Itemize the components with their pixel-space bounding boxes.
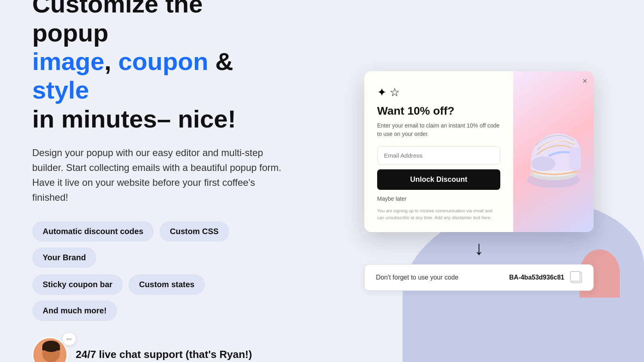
- pill-brand[interactable]: Your Brand: [32, 247, 96, 268]
- speech-bubble: ···: [62, 333, 76, 345]
- pill-discount[interactable]: Automatic discount codes: [32, 221, 154, 242]
- popup-description: Enter your email to claim an instant 10%…: [377, 121, 500, 138]
- pill-states[interactable]: Custom states: [128, 274, 205, 295]
- coupon-bar: Don't forget to use your code BA-4ba53d9…: [364, 264, 594, 291]
- avatar-wrap: ··· Ryan J: [32, 337, 68, 362]
- headline-blue3: style: [32, 76, 89, 104]
- support-text: 24/7 live chat support (that's Ryan!): [76, 348, 252, 361]
- pill-css[interactable]: Custom CSS: [159, 221, 229, 242]
- coupon-text: Don't forget to use your code: [376, 274, 503, 281]
- pill-row-2: Sticky coupon bar Custom states And much…: [32, 274, 282, 321]
- svg-rect-9: [570, 148, 581, 170]
- pill-more[interactable]: And much more!: [32, 300, 117, 321]
- disclaimer-text: You are signing up to receive communicat…: [377, 208, 500, 221]
- coupon-code: BA-4ba53d936c81: [509, 274, 564, 281]
- popup-close-button[interactable]: ×: [582, 77, 587, 85]
- star-icon: ✦ ☆: [377, 86, 500, 99]
- pill-sticky[interactable]: Sticky coupon bar: [32, 274, 123, 295]
- subtext: Design your popup with our easy editor a…: [32, 145, 282, 205]
- maybe-later-link[interactable]: Maybe later: [377, 195, 500, 202]
- sneaker-illustration: [521, 111, 586, 192]
- right-panel: ✦ ☆ Want 10% off? Enter your email to cl…: [314, 0, 644, 362]
- support-prefix: 24/7 live chat support: [76, 348, 186, 360]
- copy-icon[interactable]: [571, 272, 582, 283]
- arrow-down-icon: ↓: [474, 239, 484, 258]
- support-row: ··· Ryan J 24/7 live chat support (that'…: [32, 337, 282, 362]
- headline-comma: ,: [104, 47, 111, 75]
- svg-point-8: [531, 156, 555, 171]
- pill-row-1: Automatic discount codes Custom CSS Your…: [32, 221, 282, 268]
- popup-content: ✦ ☆ Want 10% off? Enter your email to cl…: [364, 71, 513, 232]
- headline-and: &: [215, 47, 233, 75]
- support-bold: (that's Ryan!): [186, 348, 252, 360]
- left-panel: Customize the popup image, coupon & styl…: [0, 0, 314, 362]
- headline-blue2: coupon: [118, 47, 208, 75]
- speech-dots: ···: [66, 335, 72, 342]
- main-headline: Customize the popup image, coupon & styl…: [32, 0, 282, 133]
- email-input[interactable]: [377, 146, 500, 165]
- unlock-discount-button[interactable]: Unlock Discount: [377, 169, 500, 190]
- popup-title: Want 10% off?: [377, 105, 500, 117]
- popup-modal: ✦ ☆ Want 10% off? Enter your email to cl…: [364, 71, 594, 232]
- svg-rect-4: [42, 346, 60, 350]
- headline-blue1: image: [32, 47, 104, 75]
- popup-image-panel: [513, 71, 594, 232]
- headline-line1: Customize the popup: [32, 0, 203, 47]
- headline-line3: in minutes– nice!: [32, 105, 236, 133]
